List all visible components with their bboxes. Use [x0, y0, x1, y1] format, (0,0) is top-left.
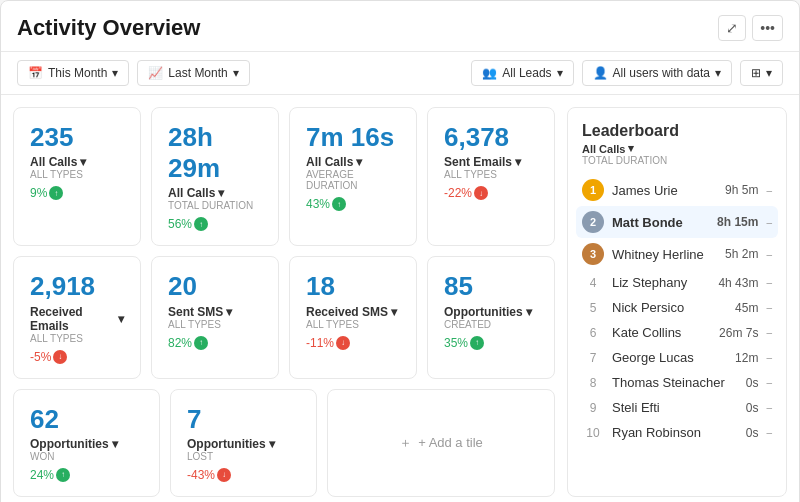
tile-value: 6,378	[444, 122, 538, 153]
lb-value-1: 9h 5m	[725, 183, 758, 197]
all-users-filter[interactable]: 👤 All users with data ▾	[582, 60, 732, 86]
tiles-row-0: 235 All Calls ▾ ALL TYPES 9% ↑ 28h 29m A…	[13, 107, 555, 246]
lb-arrow-5: –	[766, 302, 772, 313]
rank-plain-10: 10	[582, 426, 604, 440]
tile-sublabel: ALL TYPES	[306, 319, 400, 330]
lb-name-6: Kate Collins	[612, 325, 711, 340]
tile-label[interactable]: Received SMS ▾	[306, 305, 400, 319]
all-leads-filter[interactable]: 👥 All Leads ▾	[471, 60, 573, 86]
header: Activity Overview ⤢ •••	[1, 1, 799, 52]
chevron-down-icon: ▾	[515, 155, 521, 169]
change-up-icon: ↑	[194, 336, 208, 350]
chevron-down-icon: ▾	[118, 312, 124, 326]
toolbar-right: 👥 All Leads ▾ 👤 All users with data ▾ ⊞ …	[471, 60, 783, 86]
lb-name-5: Nick Persico	[612, 300, 727, 315]
tile-sent-sms: 20 Sent SMS ▾ ALL TYPES 82% ↑	[151, 256, 279, 378]
leaderboard-entry-2: 2 Matt Bonde 8h 15m –	[576, 206, 778, 238]
tile-label[interactable]: Received Emails ▾	[30, 305, 124, 333]
tile-change: -11% ↓	[306, 336, 400, 350]
chevron-down-icon: ▾	[218, 186, 224, 200]
toolbar: 📅 This Month ▾ 📈 Last Month ▾ 👥 All Lead…	[1, 52, 799, 95]
lb-arrow-1: –	[766, 185, 772, 196]
tile-sublabel: ALL TYPES	[30, 169, 124, 180]
more-button[interactable]: •••	[752, 15, 783, 41]
lb-arrow-8: –	[766, 377, 772, 388]
tile-label[interactable]: All Calls ▾	[168, 186, 262, 200]
lb-value-9: 0s	[746, 401, 759, 415]
tile-sublabel: WON	[30, 451, 143, 462]
tile-value: 28h 29m	[168, 122, 262, 184]
tile-change: 24% ↑	[30, 468, 143, 482]
lb-name-10: Ryan Robinson	[612, 425, 738, 440]
rank-plain-9: 9	[582, 401, 604, 415]
rank-badge-3: 3	[582, 243, 604, 265]
rank-plain-4: 4	[582, 276, 604, 290]
rank-badge-1: 1	[582, 179, 604, 201]
lb-name-4: Liz Stephany	[612, 275, 710, 290]
tile-change: -43% ↓	[187, 468, 300, 482]
lb-arrow-10: –	[766, 427, 772, 438]
all-users-label: All users with data	[613, 66, 710, 80]
tile-change: 43% ↑	[306, 197, 400, 211]
tile-label[interactable]: Sent Emails ▾	[444, 155, 538, 169]
tile-sublabel: TOTAL DURATION	[168, 200, 262, 211]
user-icon: 👤	[593, 66, 608, 80]
tile-value: 7	[187, 404, 300, 435]
tile-value: 7m 16s	[306, 122, 400, 153]
tile-sublabel: LOST	[187, 451, 300, 462]
chevron-down-icon: ▾	[269, 437, 275, 451]
page-title: Activity Overview	[17, 15, 200, 41]
lb-name-7: George Lucas	[612, 350, 727, 365]
tile-opportunities-lost: 7 Opportunities ▾ LOST -43% ↓	[170, 389, 317, 497]
leaderboard-entry-6: 6 Kate Collins 26m 7s –	[582, 320, 772, 345]
layout-filter[interactable]: ⊞ ▾	[740, 60, 783, 86]
tile-value: 20	[168, 271, 262, 302]
leads-icon: 👥	[482, 66, 497, 80]
chevron-down-icon: ▾	[80, 155, 86, 169]
chevron-down-icon: ▾	[356, 155, 362, 169]
change-down-icon: ↓	[336, 336, 350, 350]
tile-value: 18	[306, 271, 400, 302]
tile-label[interactable]: Sent SMS ▾	[168, 305, 262, 319]
lb-value-4: 4h 43m	[718, 276, 758, 290]
chevron-down-icon: ▾	[557, 66, 563, 80]
chevron-down-icon: ▾	[112, 66, 118, 80]
tile-label[interactable]: All Calls ▾	[30, 155, 124, 169]
tile-label[interactable]: Opportunities ▾	[444, 305, 538, 319]
lb-name-8: Thomas Steinacher	[612, 375, 738, 390]
tile-label[interactable]: All Calls ▾	[306, 155, 400, 169]
leaderboard-entry-10: 10 Ryan Robinson 0s –	[582, 420, 772, 445]
all-leads-label: All Leads	[502, 66, 551, 80]
last-month-filter[interactable]: 📈 Last Month ▾	[137, 60, 249, 86]
tile-label[interactable]: Opportunities ▾	[30, 437, 143, 451]
lb-name-2: Matt Bonde	[612, 215, 709, 230]
layout-icon: ⊞	[751, 66, 761, 80]
lb-value-6: 26m 7s	[719, 326, 758, 340]
rank-badge-2: 2	[582, 211, 604, 233]
leaderboard-filter[interactable]: All Calls ▾	[582, 142, 772, 155]
tile-opportunities-won: 62 Opportunities ▾ WON 24% ↑	[13, 389, 160, 497]
this-month-filter[interactable]: 📅 This Month ▾	[17, 60, 129, 86]
tile-received-emails: 2,918 Received Emails ▾ ALL TYPES -5% ↓	[13, 256, 141, 378]
lb-arrow-9: –	[766, 402, 772, 413]
more-icon: •••	[760, 20, 775, 36]
lb-name-3: Whitney Herline	[612, 247, 717, 262]
tile-sent-emails: 6,378 Sent Emails ▾ ALL TYPES -22% ↓	[427, 107, 555, 246]
main-content: 235 All Calls ▾ ALL TYPES 9% ↑ 28h 29m A…	[1, 95, 799, 502]
leaderboard-entry-8: 8 Thomas Steinacher 0s –	[582, 370, 772, 395]
add-tile-button[interactable]: ＋ + Add a tile	[327, 389, 555, 497]
chevron-down-icon: ▾	[766, 66, 772, 80]
tile-sublabel: AVERAGE DURATION	[306, 169, 400, 191]
tiles-row-1: 2,918 Received Emails ▾ ALL TYPES -5% ↓ …	[13, 256, 555, 378]
leaderboard-entry-9: 9 Steli Efti 0s –	[582, 395, 772, 420]
tile-received-sms: 18 Received SMS ▾ ALL TYPES -11% ↓	[289, 256, 417, 378]
chevron-down-icon: ▾	[226, 305, 232, 319]
chevron-down-icon: ▾	[715, 66, 721, 80]
change-down-icon: ↓	[217, 468, 231, 482]
expand-button[interactable]: ⤢	[718, 15, 746, 41]
app-container: Activity Overview ⤢ ••• 📅 This Month ▾ 📈…	[0, 0, 800, 502]
tile-label[interactable]: Opportunities ▾	[187, 437, 300, 451]
change-up-icon: ↑	[49, 186, 63, 200]
last-month-label: Last Month	[168, 66, 227, 80]
leaderboard-entry-7: 7 George Lucas 12m –	[582, 345, 772, 370]
